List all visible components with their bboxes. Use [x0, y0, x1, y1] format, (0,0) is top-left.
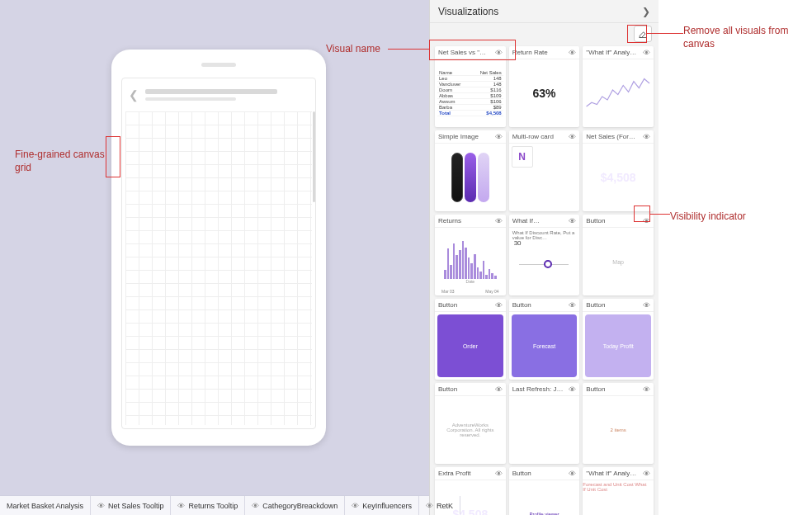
tile-button-empty-1[interactable]: Button👁 AdventureWorks Corporation. All … — [435, 383, 506, 464]
phone-speaker — [201, 63, 236, 67]
tab-label: Returns Tooltip — [188, 502, 238, 510]
fine-print: AdventureWorks Corporation. All rights r… — [437, 423, 503, 437]
tile-whatif-slider[interactable]: What If…👁 What If Discount Rate, Put a v… — [509, 215, 580, 295]
tile-button-profile[interactable]: Button👁 Profile viewer — [509, 467, 580, 515]
matrix-thumbnail: NameNet Sales Leo148 Vancluver148 Doom$1… — [437, 70, 503, 116]
visual-tiles-grid: Net Sales vs "W…👁 NameNet Sales Leo148 V… — [430, 45, 659, 515]
skateboard-image-thumbnail — [435, 144, 506, 211]
button-thumbnail: Order — [437, 314, 503, 377]
visibility-icon[interactable]: 👁 — [569, 385, 576, 394]
visibility-icon[interactable]: 👁 — [569, 133, 576, 141]
hidden-icon: 👁 — [97, 502, 105, 510]
kpi-value: 63% — [532, 87, 555, 100]
tab-returns-tooltip[interactable]: 👁Returns Tooltip — [171, 496, 245, 515]
eraser-icon — [638, 29, 648, 39]
tile-button-today[interactable]: Button👁 Today Profit — [583, 299, 654, 380]
tile-net-sales-forecast[interactable]: Net Sales (Forec…👁 $4,508 — [583, 130, 654, 211]
tile-last-refresh[interactable]: Last Refresh: Jun…👁 — [509, 383, 580, 464]
tile-title: Last Refresh: Jun… — [512, 385, 564, 393]
tile-title: Button — [586, 301, 605, 309]
tile-title: Extra Profit — [438, 470, 471, 477]
tile-net-sales-matrix[interactable]: Net Sales vs "W…👁 NameNet Sales Leo148 V… — [435, 46, 506, 127]
button-thumbnail: Today Profit — [585, 314, 651, 377]
map-label: Map — [612, 259, 624, 265]
hidden-icon: 👁 — [252, 502, 259, 510]
tile-title: Net Sales vs "W… — [438, 49, 489, 56]
visibility-icon[interactable]: 👁 — [569, 217, 576, 225]
visualizations-toolbar — [430, 23, 659, 45]
tile-returns-chart[interactable]: Returns👁 Mar 03May 04 Date — [435, 215, 506, 295]
tab-market-basket[interactable]: Market Basket Analysis — [0, 496, 91, 515]
header-placeholder — [145, 89, 309, 101]
tile-return-rate[interactable]: Return Rate👁 63% — [509, 46, 580, 127]
leader-line — [388, 49, 429, 50]
leader-line — [650, 214, 670, 215]
tab-net-sales-tooltip[interactable]: 👁Net Sales Tooltip — [91, 496, 171, 515]
tile-title: Return Rate — [512, 49, 548, 56]
slider-thumbnail — [519, 264, 569, 265]
visibility-icon[interactable]: 👁 — [643, 385, 650, 394]
annotation-remove-all: Remove all visuals from canvas — [683, 25, 812, 50]
hidden-icon: 👁 — [426, 502, 433, 510]
tile-title: Button — [438, 301, 457, 309]
visibility-icon[interactable]: 👁 — [643, 301, 650, 309]
visibility-icon[interactable]: 👁 — [643, 133, 650, 141]
visibility-icon[interactable]: 👁 — [495, 49, 503, 57]
button-label: Profile viewer — [526, 512, 562, 515]
tile-button-map[interactable]: Button👁 Map — [583, 215, 654, 295]
tab-category-breakdown[interactable]: 👁CathegoryBreackdown — [245, 496, 345, 515]
tile-title: Net Sales (Forec… — [586, 133, 637, 140]
phone-screen[interactable]: ❮ — [121, 78, 316, 429]
tile-title: Button — [438, 385, 457, 393]
visibility-icon[interactable]: 👁 — [643, 49, 650, 57]
visibility-icon[interactable]: 👁 — [643, 217, 650, 225]
tile-title: Button — [512, 301, 531, 309]
button-thumbnail: Forecast — [512, 314, 578, 377]
tab-key-influencers[interactable]: 👁KeyInfluencers — [345, 496, 419, 515]
visibility-icon[interactable]: 👁 — [643, 470, 650, 478]
annotation-visibility: Visibility indicator — [670, 210, 746, 224]
tile-whatif-analysis-1[interactable]: "What If" Analysi…👁 — [583, 46, 654, 127]
tile-title: "What If" Analysi… — [586, 470, 637, 477]
tile-whatif-analysis-3[interactable]: "What If" Analysi…👁 Forecast and Unit Co… — [583, 467, 654, 515]
tile-title: Simple Image — [438, 133, 479, 140]
visualizations-panel: Visualizations ❯ Net Sales vs "W…👁 NameN… — [429, 0, 659, 515]
multirow-icon: N — [512, 146, 533, 168]
tab-label: KeyInfluencers — [362, 502, 412, 510]
phone-header: ❮ — [122, 78, 315, 111]
canvas-grid[interactable] — [125, 111, 312, 425]
visibility-icon[interactable]: 👁 — [495, 133, 503, 141]
tile-title: What If… — [512, 217, 540, 224]
line-chart-thumbnail — [585, 62, 651, 125]
visibility-icon[interactable]: 👁 — [569, 470, 576, 478]
tile-button-order[interactable]: Button👁 Order — [435, 299, 506, 380]
tile-multirow-card[interactable]: Multi-row card👁 N — [509, 130, 580, 211]
tile-simple-image[interactable]: Simple Image👁 — [435, 130, 506, 211]
visibility-icon[interactable]: 👁 — [495, 385, 503, 394]
collapse-chevron-icon[interactable]: ❯ — [642, 6, 650, 17]
forecast-value: $4,508 — [601, 171, 636, 184]
tab-label: CathegoryBreackdown — [262, 502, 338, 510]
visibility-icon[interactable]: 👁 — [569, 301, 576, 309]
tile-extra-profit[interactable]: Extra Profit👁 $4,508 — [435, 467, 506, 515]
hidden-icon: 👁 — [352, 502, 359, 510]
page-tabs-bar: Market Basket Analysis 👁Net Sales Toolti… — [0, 495, 429, 515]
tile-button-empty-2[interactable]: Button👁 2 items — [583, 383, 654, 464]
tile-title: Button — [512, 470, 531, 477]
remove-all-visuals-button[interactable] — [634, 26, 652, 42]
visualizations-header: Visualizations ❯ — [430, 0, 659, 23]
back-chevron-icon[interactable]: ❮ — [129, 88, 139, 102]
tab-label: Market Basket Analysis — [7, 502, 83, 510]
column-chart-thumbnail — [444, 239, 497, 279]
visibility-icon[interactable]: 👁 — [495, 301, 503, 309]
tile-title: Button — [586, 217, 605, 224]
tile-title: "What If" Analysi… — [586, 49, 637, 56]
visibility-icon[interactable]: 👁 — [495, 217, 503, 225]
tile-title: Button — [586, 385, 605, 393]
fine-print: 2 items — [607, 428, 629, 432]
tile-button-forecast[interactable]: Button👁 Forecast — [509, 299, 580, 380]
visibility-icon[interactable]: 👁 — [495, 470, 503, 478]
value: $4,508 — [452, 508, 488, 515]
visibility-icon[interactable]: 👁 — [569, 49, 576, 57]
phone-mockup: ❮ — [111, 50, 326, 446]
